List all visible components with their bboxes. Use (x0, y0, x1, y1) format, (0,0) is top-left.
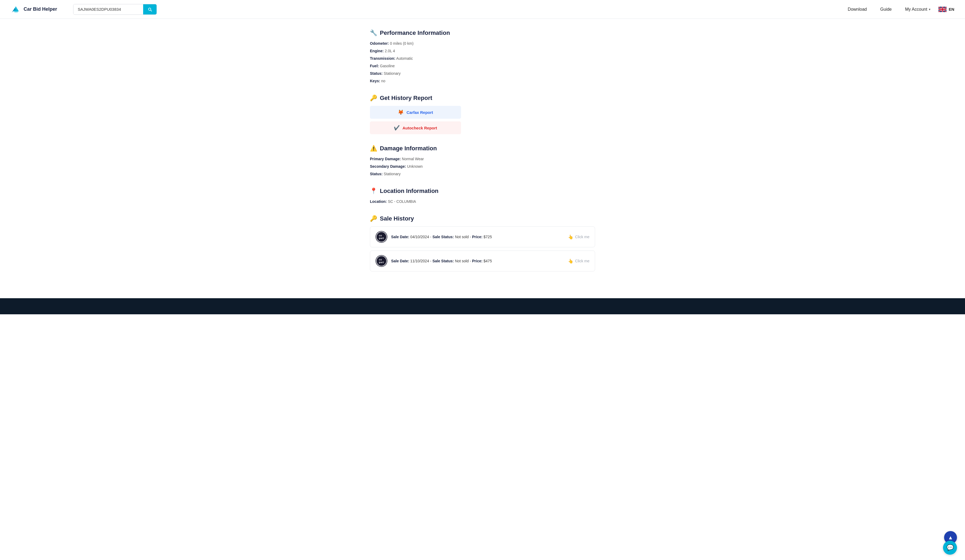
main-content: 🔧 Performance Information Odometer: 0 mi… (362, 19, 603, 298)
copart-logo: copart (376, 255, 387, 267)
sale-history-title: 🔑 Sale History (370, 215, 595, 222)
performance-section: 🔧 Performance Information Odometer: 0 mi… (370, 29, 595, 84)
language-area: EN (939, 7, 954, 12)
location-icon: 📍 (370, 188, 377, 194)
my-account-button[interactable]: My Account ▾ (905, 7, 931, 12)
copart-logo: copart (376, 231, 387, 243)
header: Car Bid Helper Download Guide My Account… (0, 0, 965, 19)
sale-text-1: Sale Date: 04/10/2024 - Sale Status: Not… (391, 235, 492, 239)
click-me-button-2[interactable]: 👆 Click me (568, 259, 589, 264)
history-section: 🔑 Get History Report 🦊 Carfax Report ✔️ … (370, 95, 595, 134)
my-account-label: My Account (905, 7, 927, 12)
search-button[interactable] (143, 4, 157, 15)
carfax-report-button[interactable]: 🦊 Carfax Report (370, 106, 461, 119)
language-label: EN (949, 7, 954, 11)
transmission-row: Transmission: Automatic (370, 56, 595, 61)
history-icon: 🔑 (370, 95, 377, 101)
location-row: Location: SC - COLUMBIA (370, 199, 595, 204)
keys-row: Keys: no (370, 78, 595, 84)
primary-damage-row: Primary Damage: Normal Wear (370, 156, 595, 162)
autocheck-icon: ✔️ (394, 125, 400, 131)
engine-row: Engine: 2.0L 4 (370, 48, 595, 54)
sale-history-item: copart Sale Date: 04/10/2024 - Sale Stat… (370, 227, 595, 247)
autocheck-report-button[interactable]: ✔️ Autocheck Report (370, 121, 461, 134)
click-icon: 👆 (568, 234, 573, 240)
copart-logo-inner: copart (376, 256, 387, 266)
nav-download[interactable]: Download (848, 7, 867, 12)
chevron-down-icon: ▾ (929, 8, 931, 11)
secondary-damage-row: Secondary Damage: Unknown (370, 164, 595, 169)
logo-text: Car Bid Helper (24, 7, 57, 12)
damage-title: ⚠️ Damage Information (370, 145, 595, 152)
sale-info-left: copart Sale Date: 04/10/2024 - Sale Stat… (376, 231, 492, 243)
click-me-button-1[interactable]: 👆 Click me (568, 234, 589, 240)
nav-links: Download Guide My Account ▾ (848, 7, 931, 12)
click-icon-2: 👆 (568, 259, 573, 264)
logo-link[interactable]: Car Bid Helper (11, 4, 57, 15)
performance-title: 🔧 Performance Information (370, 29, 595, 36)
sale-info-left: copart Sale Date: 11/10/2024 - Sale Stat… (376, 255, 492, 267)
search-area (73, 4, 157, 15)
damage-icon: ⚠️ (370, 145, 377, 152)
logo-icon (11, 4, 21, 15)
sale-text-2: Sale Date: 11/10/2024 - Sale Status: Not… (391, 259, 492, 263)
performance-icon: 🔧 (370, 29, 377, 36)
svg-rect-3 (14, 9, 18, 12)
nav-guide[interactable]: Guide (880, 7, 892, 12)
history-title: 🔑 Get History Report (370, 95, 595, 101)
carfax-icon: 🦊 (398, 109, 404, 115)
footer (0, 298, 965, 314)
search-icon (147, 7, 152, 12)
location-title: 📍 Location Information (370, 188, 595, 194)
copart-logo-inner: copart (376, 232, 387, 242)
report-buttons: 🦊 Carfax Report ✔️ Autocheck Report (370, 106, 595, 134)
sale-history-section: 🔑 Sale History copart Sale Date: 04/10/2… (370, 215, 595, 271)
odometer-row: Odometer: 0 miles (0 km) (370, 41, 595, 46)
damage-section: ⚠️ Damage Information Primary Damage: No… (370, 145, 595, 177)
sale-history-icon: 🔑 (370, 215, 377, 222)
search-input[interactable] (74, 4, 143, 14)
uk-flag-icon (939, 7, 947, 12)
performance-status-row: Status: Stationary (370, 71, 595, 77)
location-section: 📍 Location Information Location: SC - CO… (370, 188, 595, 204)
fuel-row: Fuel: Gasoline (370, 63, 595, 69)
sale-history-item: copart Sale Date: 11/10/2024 - Sale Stat… (370, 250, 595, 271)
damage-status-row: Status: Stationary (370, 171, 595, 177)
